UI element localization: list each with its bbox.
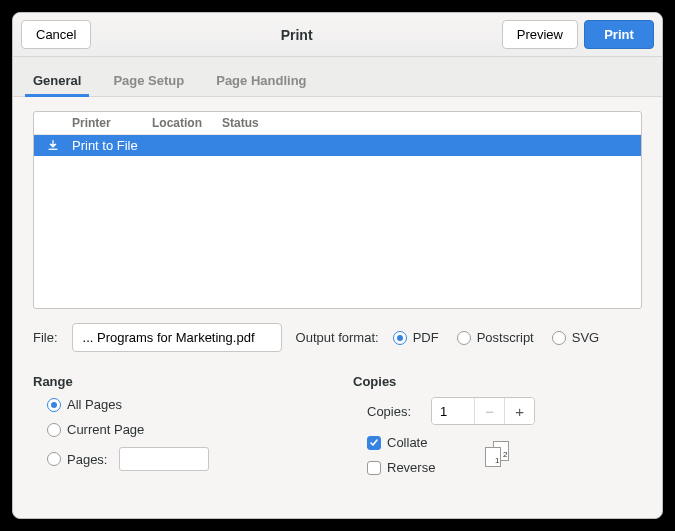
radio-all-pages[interactable]: All Pages [47,397,313,412]
file-chooser-button[interactable]: ... Programs for Marketing.pdf [72,323,282,352]
copies-row: Copies: − + [367,397,642,425]
output-format-group: PDF Postscript SVG [393,330,600,345]
header-bar: Cancel Print Preview Print [13,13,662,57]
output-format-label: Output format: [296,330,379,345]
range-heading: Range [33,374,313,389]
radio-pdf-label: PDF [413,330,439,345]
radio-pages-label: Pages: [67,452,107,467]
page-icon-1: 1 [485,447,501,467]
copies-increment[interactable]: + [504,398,534,424]
col-printer[interactable]: Printer [72,116,152,130]
radio-pages[interactable]: Pages: [47,447,313,471]
col-status[interactable]: Status [222,116,259,130]
copies-heading: Copies [353,374,642,389]
file-row: File: ... Programs for Marketing.pdf Out… [33,323,642,352]
copies-spinner[interactable]: − + [431,397,535,425]
reverse-label: Reverse [387,460,435,475]
printer-row[interactable]: Print to File [34,135,641,156]
pages-input[interactable] [119,447,209,471]
tab-bar: General Page Setup Page Handling [13,57,662,97]
radio-all-label: All Pages [67,397,122,412]
check-reverse[interactable]: Reverse [367,460,435,475]
content-area: Printer Location Status Print to File Fi… [13,97,662,518]
tab-page-handling[interactable]: Page Handling [212,65,310,96]
radio-pdf[interactable]: PDF [393,330,439,345]
check-collate[interactable]: Collate [367,435,435,450]
print-dialog: Cancel Print Preview Print General Page … [12,12,663,519]
preview-button[interactable]: Preview [502,20,578,49]
dialog-title: Print [91,27,501,43]
copies-label: Copies: [367,404,411,419]
copies-input[interactable] [432,398,474,424]
download-icon [44,139,62,153]
radio-svg-label: SVG [572,330,599,345]
tab-page-setup[interactable]: Page Setup [109,65,188,96]
collate-label: Collate [387,435,427,450]
radio-postscript[interactable]: Postscript [457,330,534,345]
copies-section: Copies Copies: − + [353,374,642,475]
svg-rect-0 [49,148,58,149]
lower-sections: Range All Pages Current Page Pages: Copi… [33,374,642,475]
print-button[interactable]: Print [584,20,654,49]
radio-svg[interactable]: SVG [552,330,599,345]
col-location[interactable]: Location [152,116,222,130]
printer-columns: Printer Location Status [34,112,641,135]
printer-list[interactable]: Printer Location Status Print to File [33,111,642,309]
collate-icon: 2 1 [485,441,513,469]
file-label: File: [33,330,58,345]
range-section: Range All Pages Current Page Pages: [33,374,313,475]
printer-name: Print to File [72,138,138,153]
radio-current-page[interactable]: Current Page [47,422,313,437]
radio-current-label: Current Page [67,422,144,437]
copies-decrement[interactable]: − [474,398,504,424]
tab-general[interactable]: General [29,65,85,96]
cancel-button[interactable]: Cancel [21,20,91,49]
radio-postscript-label: Postscript [477,330,534,345]
collate-row: Collate Reverse 2 1 [367,435,642,475]
